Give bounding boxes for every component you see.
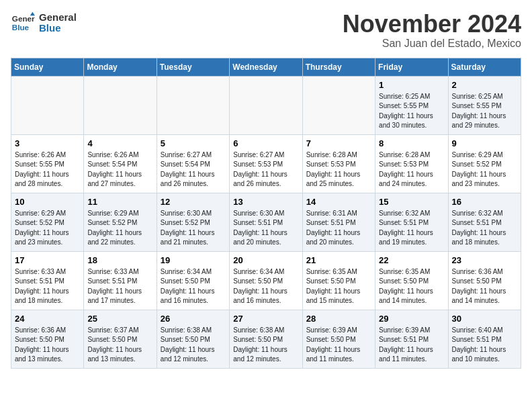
calendar-cell: 9Sunrise: 6:29 AM Sunset: 5:52 PM Daylig…	[448, 134, 521, 193]
weekday-header-wednesday: Wednesday	[230, 58, 302, 76]
weekday-header-thursday: Thursday	[302, 58, 375, 76]
day-number: 14	[306, 197, 371, 207]
calendar-cell: 15Sunrise: 6:32 AM Sunset: 5:51 PM Dayli…	[375, 193, 448, 251]
calendar-cell: 4Sunrise: 6:26 AM Sunset: 5:54 PM Daylig…	[84, 134, 157, 193]
logo-general-text: General	[39, 12, 77, 24]
day-info: Sunrise: 6:29 AM Sunset: 5:52 PM Dayligh…	[452, 150, 517, 189]
day-number: 4	[87, 138, 152, 148]
calendar-cell	[84, 76, 157, 134]
day-info: Sunrise: 6:25 AM Sunset: 5:55 PM Dayligh…	[379, 92, 444, 131]
day-info: Sunrise: 6:40 AM Sunset: 5:51 PM Dayligh…	[452, 326, 517, 365]
title-area: November 2024 San Juan del Estado, Mexic…	[343, 11, 521, 50]
calendar-cell: 17Sunrise: 6:33 AM Sunset: 5:51 PM Dayli…	[11, 251, 84, 310]
calendar-cell: 16Sunrise: 6:32 AM Sunset: 5:51 PM Dayli…	[448, 193, 521, 251]
day-info: Sunrise: 6:28 AM Sunset: 5:53 PM Dayligh…	[306, 150, 371, 189]
page-header: General Blue General Blue November 2024 …	[11, 11, 521, 50]
day-number: 26	[161, 314, 226, 324]
month-title: November 2024	[343, 11, 521, 38]
calendar-cell: 14Sunrise: 6:31 AM Sunset: 5:51 PM Dayli…	[302, 193, 375, 251]
day-number: 15	[379, 197, 444, 207]
calendar-cell: 8Sunrise: 6:28 AM Sunset: 5:53 PM Daylig…	[375, 134, 448, 193]
day-number: 25	[87, 314, 152, 324]
day-info: Sunrise: 6:31 AM Sunset: 5:51 PM Dayligh…	[306, 209, 371, 248]
day-info: Sunrise: 6:29 AM Sunset: 5:52 PM Dayligh…	[87, 209, 152, 248]
day-info: Sunrise: 6:32 AM Sunset: 5:51 PM Dayligh…	[379, 209, 444, 248]
day-info: Sunrise: 6:27 AM Sunset: 5:54 PM Dayligh…	[161, 150, 226, 189]
day-info: Sunrise: 6:33 AM Sunset: 5:51 PM Dayligh…	[15, 267, 80, 306]
day-number: 23	[452, 255, 517, 265]
calendar-table: SundayMondayTuesdayWednesdayThursdayFrid…	[11, 58, 521, 369]
weekday-header-row: SundayMondayTuesdayWednesdayThursdayFrid…	[11, 58, 521, 76]
day-number: 24	[15, 314, 80, 324]
logo: General Blue General Blue	[11, 11, 77, 35]
calendar-cell	[230, 76, 302, 134]
day-number: 7	[306, 138, 371, 148]
day-info: Sunrise: 6:30 AM Sunset: 5:52 PM Dayligh…	[161, 209, 226, 248]
svg-text:Blue: Blue	[12, 23, 30, 32]
calendar-cell: 10Sunrise: 6:29 AM Sunset: 5:52 PM Dayli…	[11, 193, 84, 251]
day-info: Sunrise: 6:32 AM Sunset: 5:51 PM Dayligh…	[452, 209, 517, 248]
day-info: Sunrise: 6:34 AM Sunset: 5:50 PM Dayligh…	[161, 267, 226, 306]
day-number: 29	[379, 314, 444, 324]
day-number: 19	[161, 255, 226, 265]
day-info: Sunrise: 6:36 AM Sunset: 5:50 PM Dayligh…	[15, 326, 80, 365]
day-number: 3	[15, 138, 80, 148]
calendar-cell: 24Sunrise: 6:36 AM Sunset: 5:50 PM Dayli…	[11, 310, 84, 368]
day-number: 12	[161, 197, 226, 207]
day-info: Sunrise: 6:38 AM Sunset: 5:50 PM Dayligh…	[233, 326, 298, 365]
weekday-header-tuesday: Tuesday	[157, 58, 229, 76]
day-info: Sunrise: 6:35 AM Sunset: 5:50 PM Dayligh…	[306, 267, 371, 306]
location-title: San Juan del Estado, Mexico	[343, 38, 521, 50]
day-info: Sunrise: 6:26 AM Sunset: 5:55 PM Dayligh…	[15, 150, 80, 189]
calendar-week-row: 24Sunrise: 6:36 AM Sunset: 5:50 PM Dayli…	[11, 310, 521, 368]
day-number: 13	[233, 197, 298, 207]
calendar-cell: 3Sunrise: 6:26 AM Sunset: 5:55 PM Daylig…	[11, 134, 84, 193]
day-number: 9	[452, 138, 517, 148]
day-info: Sunrise: 6:39 AM Sunset: 5:51 PM Dayligh…	[379, 326, 444, 365]
calendar-cell: 7Sunrise: 6:28 AM Sunset: 5:53 PM Daylig…	[302, 134, 375, 193]
calendar-cell	[302, 76, 375, 134]
day-info: Sunrise: 6:38 AM Sunset: 5:50 PM Dayligh…	[161, 326, 226, 365]
calendar-cell: 27Sunrise: 6:38 AM Sunset: 5:50 PM Dayli…	[230, 310, 302, 368]
day-number: 8	[379, 138, 444, 148]
day-number: 21	[306, 255, 371, 265]
day-number: 27	[233, 314, 298, 324]
calendar-cell: 12Sunrise: 6:30 AM Sunset: 5:52 PM Dayli…	[157, 193, 229, 251]
day-number: 17	[15, 255, 80, 265]
calendar-week-row: 10Sunrise: 6:29 AM Sunset: 5:52 PM Dayli…	[11, 193, 521, 251]
day-number: 6	[233, 138, 298, 148]
day-info: Sunrise: 6:36 AM Sunset: 5:50 PM Dayligh…	[452, 267, 517, 306]
day-info: Sunrise: 6:39 AM Sunset: 5:50 PM Dayligh…	[306, 326, 371, 365]
weekday-header-monday: Monday	[84, 58, 157, 76]
calendar-cell: 5Sunrise: 6:27 AM Sunset: 5:54 PM Daylig…	[157, 134, 229, 193]
day-info: Sunrise: 6:30 AM Sunset: 5:51 PM Dayligh…	[233, 209, 298, 248]
day-number: 11	[87, 197, 152, 207]
day-number: 16	[452, 197, 517, 207]
day-number: 18	[87, 255, 152, 265]
day-number: 30	[452, 314, 517, 324]
logo-blue-text: Blue	[39, 23, 77, 34]
day-info: Sunrise: 6:35 AM Sunset: 5:50 PM Dayligh…	[379, 267, 444, 306]
day-info: Sunrise: 6:28 AM Sunset: 5:53 PM Dayligh…	[379, 150, 444, 189]
calendar-cell: 29Sunrise: 6:39 AM Sunset: 5:51 PM Dayli…	[375, 310, 448, 368]
day-info: Sunrise: 6:33 AM Sunset: 5:51 PM Dayligh…	[87, 267, 152, 306]
calendar-cell: 21Sunrise: 6:35 AM Sunset: 5:50 PM Dayli…	[302, 251, 375, 310]
calendar-cell: 22Sunrise: 6:35 AM Sunset: 5:50 PM Dayli…	[375, 251, 448, 310]
day-number: 5	[161, 138, 226, 148]
calendar-cell: 19Sunrise: 6:34 AM Sunset: 5:50 PM Dayli…	[157, 251, 229, 310]
day-info: Sunrise: 6:34 AM Sunset: 5:50 PM Dayligh…	[233, 267, 298, 306]
day-number: 22	[379, 255, 444, 265]
calendar-week-row: 3Sunrise: 6:26 AM Sunset: 5:55 PM Daylig…	[11, 134, 521, 193]
day-number: 10	[15, 197, 80, 207]
day-info: Sunrise: 6:25 AM Sunset: 5:55 PM Dayligh…	[452, 92, 517, 131]
day-info: Sunrise: 6:27 AM Sunset: 5:53 PM Dayligh…	[233, 150, 298, 189]
day-info: Sunrise: 6:37 AM Sunset: 5:50 PM Dayligh…	[87, 326, 152, 365]
weekday-header-saturday: Saturday	[448, 58, 521, 76]
day-number: 20	[233, 255, 298, 265]
calendar-week-row: 1Sunrise: 6:25 AM Sunset: 5:55 PM Daylig…	[11, 76, 521, 134]
weekday-header-sunday: Sunday	[11, 58, 84, 76]
calendar-cell: 18Sunrise: 6:33 AM Sunset: 5:51 PM Dayli…	[84, 251, 157, 310]
calendar-cell	[11, 76, 84, 134]
day-number: 2	[452, 80, 517, 90]
calendar-cell: 26Sunrise: 6:38 AM Sunset: 5:50 PM Dayli…	[157, 310, 229, 368]
